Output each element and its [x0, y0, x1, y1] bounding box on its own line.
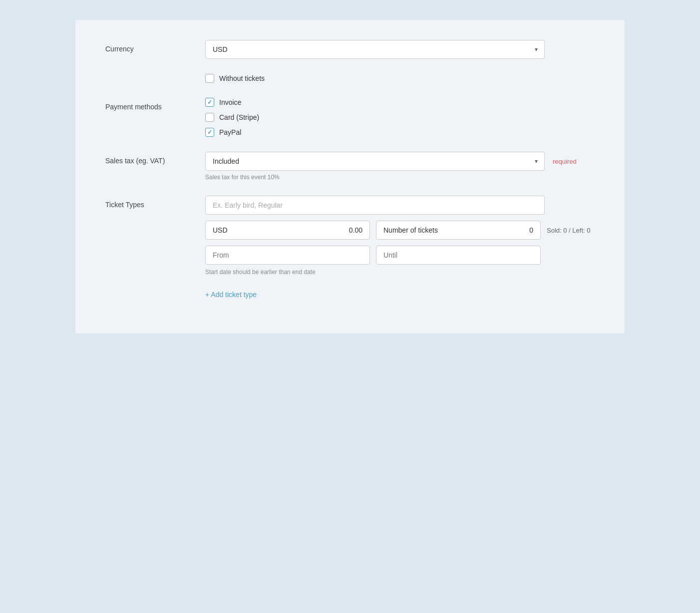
form-container: Currency USD EUR GBP JPY ▾ Without ticke… — [75, 20, 625, 333]
without-tickets-checkbox-wrapper[interactable]: Without tickets — [205, 74, 595, 83]
invoice-checkbox-wrapper[interactable]: Invoice — [205, 98, 595, 107]
paypal-checkbox-wrapper[interactable]: PayPal — [205, 128, 595, 137]
sales-tax-select-wrapper: Included Excluded None ▾ — [205, 152, 545, 171]
sales-tax-label: Sales tax (eg. VAT) — [105, 152, 205, 165]
sales-tax-select[interactable]: Included Excluded None — [205, 152, 545, 171]
without-tickets-content: Without tickets — [205, 74, 595, 83]
date-row — [205, 246, 595, 265]
payment-methods-content: Invoice Card (Stripe) PayPal — [205, 98, 595, 137]
invoice-label: Invoice — [219, 98, 241, 106]
payment-methods-group: Invoice Card (Stripe) PayPal — [205, 98, 595, 137]
without-tickets-checkbox[interactable] — [205, 74, 214, 83]
invoice-checkbox[interactable] — [205, 98, 214, 107]
sales-tax-required: required — [553, 158, 577, 165]
ticket-price-row: USD 0.00 Number of tickets 0 Sold: 0 / L… — [205, 221, 595, 240]
card-stripe-checkbox[interactable] — [205, 113, 214, 122]
number-of-tickets-label: Number of tickets — [383, 226, 438, 234]
sales-tax-inner-row: Included Excluded None ▾ required — [205, 152, 595, 171]
number-of-tickets-value: 0 — [529, 226, 533, 234]
until-date-input[interactable] — [376, 246, 541, 265]
number-of-tickets-field[interactable]: Number of tickets 0 — [376, 221, 541, 240]
sold-info: Sold: 0 / Left: 0 — [547, 227, 590, 234]
number-of-tickets-wrapper: Number of tickets 0 — [376, 221, 541, 240]
paypal-checkbox[interactable] — [205, 128, 214, 137]
currency-select-wrapper: USD EUR GBP JPY ▾ — [205, 40, 545, 59]
price-field[interactable]: USD 0.00 — [205, 221, 370, 240]
currency-select[interactable]: USD EUR GBP JPY — [205, 40, 545, 59]
ticket-types-row: Ticket Types USD 0.00 Number of tickets … — [105, 196, 595, 299]
without-tickets-label-empty — [105, 74, 205, 79]
sales-tax-row: Sales tax (eg. VAT) Included Excluded No… — [105, 152, 595, 181]
from-date-input[interactable] — [205, 246, 370, 265]
payment-methods-label: Payment methods — [105, 98, 205, 111]
ticket-types-content: USD 0.00 Number of tickets 0 Sold: 0 / L… — [205, 196, 595, 299]
without-tickets-row: Without tickets — [105, 74, 595, 83]
paypal-label: PayPal — [219, 128, 241, 136]
payment-methods-row: Payment methods Invoice Card (Stripe) Pa… — [105, 98, 595, 137]
add-ticket-type-button[interactable]: + Add ticket type — [205, 291, 257, 299]
sales-tax-content: Included Excluded None ▾ required Sales … — [205, 152, 595, 181]
sales-tax-hint: Sales tax for this event 10% — [205, 174, 595, 181]
price-field-wrapper: USD 0.00 — [205, 221, 370, 240]
date-hint: Start date should be earlier than end da… — [205, 269, 595, 276]
currency-content: USD EUR GBP JPY ▾ — [205, 40, 595, 59]
ticket-types-label: Ticket Types — [105, 196, 205, 209]
without-tickets-text: Without tickets — [219, 74, 265, 82]
card-stripe-checkbox-wrapper[interactable]: Card (Stripe) — [205, 113, 595, 122]
card-stripe-label: Card (Stripe) — [219, 113, 259, 121]
currency-row: Currency USD EUR GBP JPY ▾ — [105, 40, 595, 59]
price-currency-label: USD — [213, 226, 228, 234]
currency-label: Currency — [105, 40, 205, 53]
ticket-type-name-input[interactable] — [205, 196, 545, 215]
price-value-label: 0.00 — [349, 226, 362, 234]
